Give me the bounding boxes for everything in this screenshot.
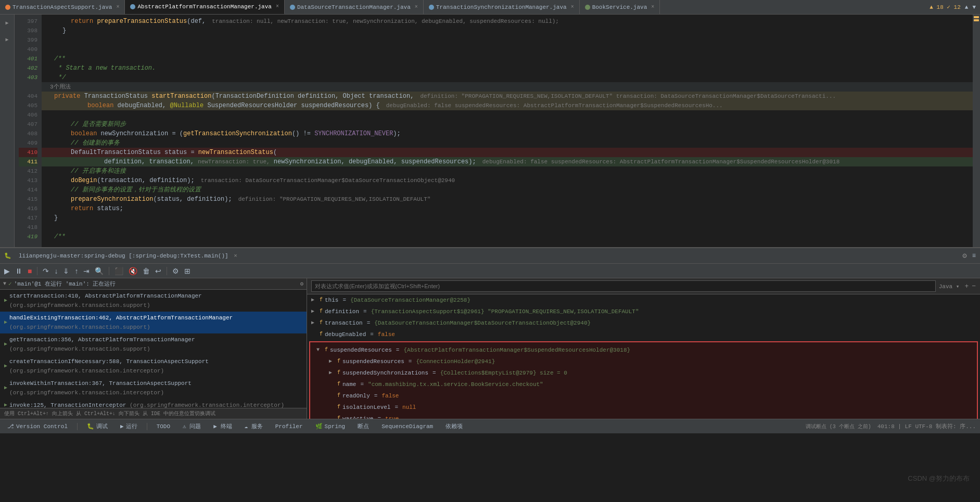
stack-arrow4: ▶: [4, 383, 7, 393]
tab-close[interactable]: ×: [116, 4, 119, 10]
var-type-icon6: f: [337, 357, 340, 366]
debug-step-into-btn[interactable]: ↓: [52, 266, 60, 276]
tab-transaction-aspect[interactable]: TransactionAspectSupport.java ×: [0, 0, 125, 15]
call-stack-list[interactable]: ▶ startTransaction:410, AbstractPlatform…: [0, 290, 307, 408]
expand-icon[interactable]: ▶: [311, 295, 317, 305]
var-this[interactable]: ▶ f this = {DataSourceTransactionManager…: [307, 294, 980, 306]
tab-close[interactable]: ×: [651, 4, 654, 10]
code-line-401: /**: [42, 54, 973, 63]
var-lang-select[interactable]: Java ▾: [939, 283, 960, 290]
stack-frame-1[interactable]: ▶ handleExistingTransaction:462, Abstrac…: [0, 312, 307, 333]
tab-bookservice[interactable]: BookService.java ×: [580, 0, 660, 15]
sequence-diagram-btn[interactable]: SequenceDiagram: [378, 422, 436, 431]
var-sr-suspendedresources[interactable]: ▶ f suspendedResources = {ConnectionHold…: [312, 356, 975, 367]
nav-up[interactable]: ▲: [965, 4, 969, 10]
editor-scrollbar[interactable]: [973, 15, 980, 247]
tab-icon-blue2: [290, 5, 295, 10]
suspended-resources-highlighted: ▼ f suspendedResources = {AbstractPlatfo…: [309, 341, 978, 419]
stack-method-2: getTransaction:356, AbstractPlatformTran…: [9, 335, 302, 354]
debug-pause-btn[interactable]: ⏸: [13, 266, 24, 276]
var-sr-name[interactable]: f name = "com.mashibing.tx.xml.service.B…: [312, 379, 975, 390]
var-sr-isolation[interactable]: f isolationLevel = null: [312, 402, 975, 413]
tab-close[interactable]: ×: [415, 4, 418, 10]
code-line-415: prepareSynchronization(status, definitio…: [42, 195, 973, 204]
tab-close[interactable]: ×: [276, 4, 279, 9]
var-remove-btn[interactable]: −: [972, 282, 976, 290]
tab-icon-orange: [5, 5, 10, 10]
stack-frame-5[interactable]: ▶ invoke:125, TransactionInterceptor (or…: [0, 399, 307, 408]
terminal-btn[interactable]: ▶ 终端: [210, 421, 235, 431]
debug-stop-btn[interactable]: ■: [26, 266, 34, 276]
expand-sr2[interactable]: ▶: [329, 357, 335, 366]
debug-resume-btn[interactable]: ▶: [2, 266, 12, 276]
debug-clear-btn[interactable]: 🗑: [141, 266, 152, 276]
tab-label: DataSourceTransactionManager.java: [297, 4, 411, 10]
debug-force-step-into-btn[interactable]: ⇓: [61, 266, 71, 276]
thread-filter-btn[interactable]: ⚙: [300, 280, 303, 287]
expand-icon[interactable]: ▶: [311, 307, 317, 316]
var-type-icon4: f: [320, 330, 323, 339]
debug-layout-btn[interactable]: ⊞: [182, 266, 193, 276]
debug-more-icon[interactable]: ≡: [972, 252, 976, 260]
debug-mute-btn[interactable]: 🔇: [126, 266, 139, 276]
var-suspended-resources[interactable]: ▼ f suspendedResources = {AbstractPlatfo…: [312, 344, 975, 356]
tab-close[interactable]: ×: [571, 4, 574, 10]
var-definition[interactable]: ▶ f definition = {TransactionAspectSuppo…: [307, 306, 980, 317]
debug-run-to-cursor-btn[interactable]: ⇥: [81, 266, 92, 276]
code-line-413: doBegin(transaction, definition); transa…: [42, 176, 973, 185]
expression-input[interactable]: [311, 280, 936, 292]
debug-step-out-btn[interactable]: ↑: [72, 266, 80, 276]
stack-frame-2[interactable]: ▶ getTransaction:356, AbstractPlatformTr…: [0, 333, 307, 355]
var-transaction[interactable]: ▶ f transaction = {DataSourceTransaction…: [307, 317, 980, 329]
spring-btn[interactable]: 🌿 Spring: [312, 422, 349, 431]
debug-breakpoints-btn[interactable]: ⬛: [112, 266, 125, 276]
version-control-btn[interactable]: ⎇ Version Control: [4, 422, 71, 431]
debug-evaluate-btn[interactable]: 🔍: [93, 266, 106, 276]
editor-main: ▶ ▶ 397 398 399 400 401 402 403 404 405 …: [0, 15, 980, 247]
expand-sr[interactable]: ▼: [316, 345, 323, 355]
status-right: 调试断点 (3 个断点 之前) 401:8 | LF UTF-8 制表符: 序.…: [806, 422, 976, 430]
expand-sr3[interactable]: ▶: [329, 368, 335, 378]
var-add-btn[interactable]: +: [964, 282, 969, 290]
scroll-marker: [974, 16, 979, 18]
fold-icon2[interactable]: ▶: [1, 33, 14, 46]
var-sr-wasactive[interactable]: f wasActive = true: [312, 413, 975, 419]
status-sep2: [147, 423, 147, 430]
code-line-410: DefaultTransactionStatus status = newTra…: [42, 148, 973, 157]
var-debug-enabled[interactable]: f debugEnabled = false: [307, 329, 980, 340]
debug-sep2: [109, 267, 109, 275]
code-editor[interactable]: return prepareTransactionStatus(def, tra…: [42, 15, 973, 247]
code-line-399: [42, 35, 973, 45]
stack-frame-3[interactable]: ▶ createTransactionIfNecessary:588, Tran…: [0, 355, 307, 377]
stack-frame-4[interactable]: ▶ invokeWithinTransaction:367, Transacti…: [0, 377, 307, 399]
tab-sync-manager[interactable]: TransactionSynchronizationManager.java ×: [424, 0, 580, 15]
favorites-btn[interactable]: 依赖项: [442, 421, 466, 431]
close-session[interactable]: ×: [234, 253, 237, 259]
expand-icon3[interactable]: ▶: [311, 318, 317, 328]
fold-icon[interactable]: ▶: [1, 17, 14, 29]
debug-settings-btn[interactable]: ⚙: [170, 266, 181, 276]
thread-filter: ▼ ✓ 'main'@1 在运行 'main': 正在运行 ⚙: [0, 278, 307, 290]
var-sr-readonly[interactable]: f readOnly = false: [312, 390, 975, 402]
debug-step-over-btn[interactable]: ↷: [41, 266, 51, 276]
usage-hint: 3个用法: [42, 82, 973, 92]
debug-restore-btn[interactable]: ↩: [153, 266, 163, 276]
variable-list[interactable]: ▶ f this = {DataSourceTransactionManager…: [307, 294, 980, 419]
debug-btn-status[interactable]: 🐛 调试: [84, 421, 111, 431]
profiler-btn[interactable]: Profiler: [272, 422, 306, 431]
stack-frame-0[interactable]: ▶ startTransaction:410, AbstractPlatform…: [0, 290, 307, 312]
run-btn-status[interactable]: ▶ 运行: [117, 421, 141, 431]
thread-running-indicator: ✓: [8, 280, 12, 287]
debug-settings-icon[interactable]: ⚙: [962, 251, 966, 260]
problems-btn[interactable]: ⚠ 问题: [180, 421, 204, 431]
var-suspended-syncs[interactable]: ▶ f suspendedSynchronizations = {Collect…: [312, 367, 975, 379]
breakpoints-btn[interactable]: 断点: [354, 421, 372, 431]
code-line-409: // 创建新的事务: [42, 138, 973, 148]
stack-arrow3: ▶: [4, 362, 7, 371]
services-btn[interactable]: ☁ 服务: [241, 421, 266, 431]
code-line-411: definition, transaction, newTransaction:…: [42, 157, 973, 166]
nav-down[interactable]: ▼: [972, 4, 976, 10]
tab-datasource[interactable]: DataSourceTransactionManager.java ×: [285, 0, 424, 15]
tab-abstract-platform[interactable]: AbstractPlatformTransactionManager.java …: [125, 0, 284, 15]
todo-btn[interactable]: TODO: [154, 422, 173, 431]
